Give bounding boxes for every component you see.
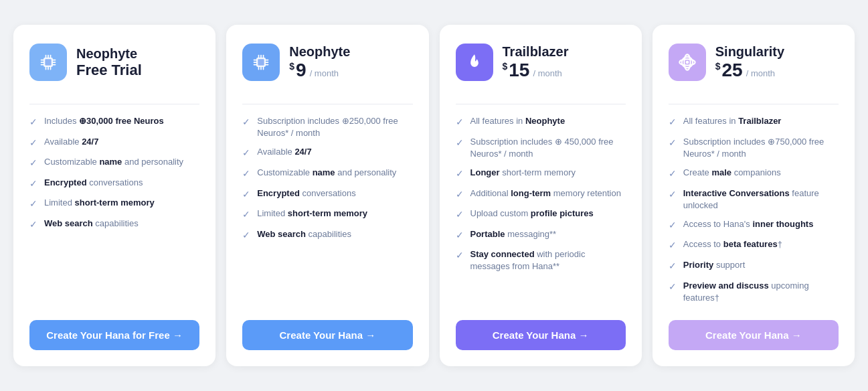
cta-button-neophyte-paid[interactable]: Create Your Hana → — [242, 320, 412, 350]
check-icon: ✓ — [456, 167, 464, 181]
features-list: ✓Subscription includes ⊕250,000 free Neu… — [242, 115, 412, 304]
header-divider — [242, 104, 412, 104]
chip-icon — [29, 44, 67, 81]
feature-item: ✓All features in Neophyte — [456, 115, 626, 129]
check-icon: ✓ — [456, 249, 464, 262]
feature-text: Portable messaging** — [470, 228, 557, 240]
feature-item: ✓Stay connected with periodic messages f… — [456, 248, 626, 272]
check-icon: ✓ — [669, 167, 677, 181]
check-icon: ✓ — [456, 116, 464, 129]
feature-item: ✓Customizable name and personality — [242, 167, 412, 181]
price-symbol: $ — [503, 61, 508, 72]
feature-text: Access to Hana's inner thoughts — [683, 218, 814, 230]
feature-text: All features in Neophyte — [470, 115, 566, 127]
feature-text: Encrypted conversations — [44, 177, 143, 189]
feature-text: Customizable name and personality — [44, 156, 183, 168]
feature-item: ✓Additional long-term memory retention — [456, 187, 626, 202]
price-amount: 9 — [296, 60, 307, 81]
check-icon: ✓ — [456, 188, 464, 202]
feature-item: ✓Available 24/7 — [242, 146, 412, 160]
check-icon: ✓ — [242, 208, 250, 222]
feature-text: Web search capabilities — [44, 218, 139, 230]
feature-item: ✓Customizable name and personality — [29, 156, 199, 170]
features-list: ✓All features in Neophyte✓Subscription i… — [456, 115, 626, 304]
feature-item: ✓Web search capabilities — [242, 228, 412, 242]
cta-button-trailblazer[interactable]: Create Your Hana → — [456, 320, 626, 350]
cta-button-singularity[interactable]: Create Your Hana → — [669, 320, 839, 350]
card-header: Trailblazer$15/ month — [456, 44, 626, 81]
plan-card-neophyte-paid: Neophyte$9/ month✓Subscription includes … — [226, 25, 428, 366]
feature-item: ✓Portable messaging** — [456, 228, 626, 242]
feature-text: Create male companions — [683, 167, 781, 179]
atom-icon — [669, 44, 706, 81]
feature-item: ✓Web search capabilities — [29, 218, 199, 232]
check-icon: ✓ — [669, 188, 677, 202]
plan-card-neophyte-free: NeophyteFree Trial✓Includes ⊕30,000 free… — [13, 25, 215, 366]
feature-text: Stay connected with periodic messages fr… — [470, 248, 626, 272]
header-divider — [29, 104, 199, 104]
check-icon: ✓ — [29, 218, 37, 232]
feature-text: Priority support — [683, 259, 746, 271]
feature-item: ✓Priority support — [669, 259, 839, 273]
plan-name: Trailblazer — [503, 44, 569, 60]
check-icon: ✓ — [242, 147, 250, 160]
check-icon: ✓ — [29, 116, 37, 129]
feature-item: ✓Available 24/7 — [29, 136, 199, 150]
plan-name: Neophyte — [289, 44, 350, 60]
plan-name: Singularity — [715, 44, 784, 60]
feature-item: ✓Access to beta features† — [669, 238, 839, 252]
check-icon: ✓ — [29, 198, 37, 211]
feature-item: ✓Longer short-term memory — [456, 167, 626, 181]
price-amount: 25 — [722, 60, 743, 81]
feature-text: Subscription includes ⊕ 450,000 free Neu… — [470, 136, 626, 160]
plan-subtitle: Free Trial — [76, 62, 142, 79]
feature-item: ✓Limited short-term memory — [242, 208, 412, 222]
check-icon: ✓ — [242, 229, 250, 242]
svg-rect-15 — [258, 59, 264, 65]
feature-text: Limited short-term memory — [44, 197, 155, 209]
check-icon: ✓ — [29, 177, 37, 191]
plan-title-block: NeophyteFree Trial — [76, 46, 142, 79]
price-row: $25/ month — [715, 60, 784, 81]
feature-text: Upload custom profile pictures — [470, 208, 594, 220]
plan-name: Neophyte — [76, 46, 142, 62]
pricing-container: NeophyteFree Trial✓Includes ⊕30,000 free… — [13, 25, 855, 366]
feature-item: ✓Encrypted conversations — [29, 177, 199, 191]
feature-text: Available 24/7 — [257, 146, 311, 158]
header-divider — [456, 104, 626, 104]
card-header: Neophyte$9/ month — [242, 44, 412, 81]
plan-card-singularity: Singularity$25/ month✓All features in Tr… — [653, 25, 855, 366]
check-icon: ✓ — [242, 116, 250, 129]
price-period: / month — [746, 68, 775, 78]
plan-card-trailblazer: Trailblazer$15/ month✓All features in Ne… — [440, 25, 642, 366]
check-icon: ✓ — [456, 208, 464, 222]
feature-item: ✓Upload custom profile pictures — [456, 208, 626, 222]
feature-text: Encrypted conversations — [257, 187, 355, 200]
check-icon: ✓ — [669, 137, 677, 150]
price-row: $9/ month — [289, 60, 350, 81]
feature-text: Preview and discuss upcoming features† — [683, 280, 839, 304]
price-row: $15/ month — [503, 60, 569, 81]
check-icon: ✓ — [29, 137, 37, 150]
feature-text: Limited short-term memory — [257, 208, 367, 220]
check-icon: ✓ — [669, 219, 677, 232]
card-header: NeophyteFree Trial — [29, 44, 199, 81]
feature-item: ✓Create male companions — [669, 167, 839, 181]
feature-item: ✓Access to Hana's inner thoughts — [669, 218, 839, 232]
feature-item: ✓Preview and discuss upcoming features† — [669, 280, 839, 304]
price-period: / month — [533, 68, 561, 78]
plan-title-block: Singularity$25/ month — [715, 44, 784, 81]
feature-item: ✓Interactive Conversations feature unloc… — [669, 187, 839, 212]
feature-item: ✓Subscription includes ⊕250,000 free Neu… — [242, 115, 412, 139]
check-icon: ✓ — [456, 137, 464, 150]
feature-item: ✓Includes ⊕30,000 free Neuros — [29, 115, 199, 129]
cta-button-neophyte-free[interactable]: Create Your Hana for Free → — [29, 320, 199, 350]
feature-item: ✓Subscription includes ⊕750,000 free Neu… — [669, 136, 839, 160]
feature-text: Interactive Conversations feature unlock… — [683, 187, 839, 212]
svg-rect-1 — [45, 59, 51, 65]
feature-text: Subscription includes ⊕750,000 free Neur… — [683, 136, 839, 160]
price-amount: 15 — [509, 60, 529, 81]
check-icon: ✓ — [456, 229, 464, 242]
feature-text: All features in Trailblazer — [683, 115, 782, 127]
check-icon: ✓ — [669, 260, 677, 273]
